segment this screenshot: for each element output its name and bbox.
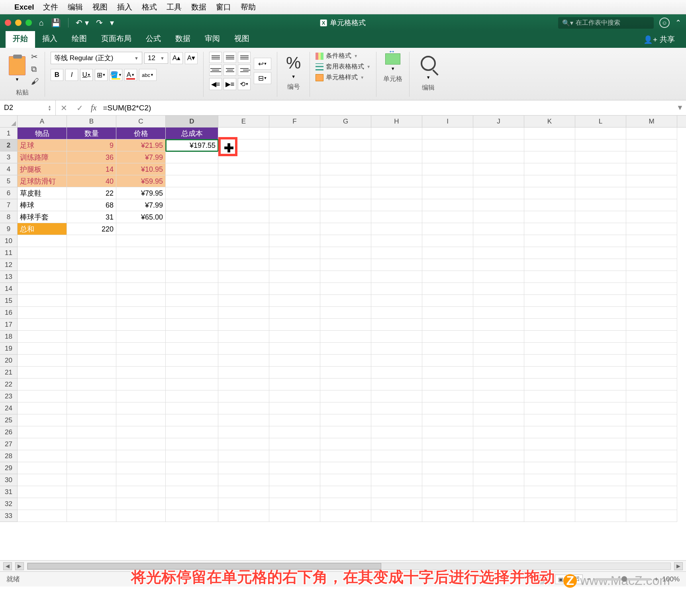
cell[interactable]	[524, 283, 575, 295]
formula-input[interactable]: =SUM(B2*C2)	[100, 104, 674, 112]
cell[interactable]	[473, 283, 524, 295]
cell[interactable]: 价格	[116, 128, 166, 139]
cell[interactable]	[524, 259, 575, 271]
cells-area[interactable]: 物品数量价格总成本足球9¥21.95¥197.55训练路障36¥7.99护腿板1…	[18, 128, 686, 522]
tab-home[interactable]: 开始	[6, 29, 35, 48]
cell[interactable]	[320, 211, 371, 223]
zoom-slider[interactable]	[595, 578, 651, 581]
cell[interactable]	[218, 438, 269, 450]
cell[interactable]	[116, 498, 166, 510]
cell[interactable]	[18, 235, 67, 247]
cell[interactable]	[371, 307, 422, 319]
cell[interactable]	[473, 211, 524, 223]
cell[interactable]	[166, 247, 218, 259]
cell[interactable]: ¥7.99	[116, 199, 166, 211]
row-header-29[interactable]: 29	[0, 462, 17, 474]
cell[interactable]	[320, 486, 371, 498]
col-header-A[interactable]: A	[18, 116, 67, 127]
name-box[interactable]: D2 ▲▼	[0, 100, 56, 115]
number-format-button[interactable]: % ▼	[283, 52, 304, 80]
cell[interactable]	[371, 247, 422, 259]
row-header-11[interactable]: 11	[0, 247, 17, 259]
cell[interactable]: ¥21.95	[116, 139, 166, 151]
cell[interactable]	[575, 199, 626, 211]
cell[interactable]	[626, 331, 677, 343]
cell[interactable]: 物品	[18, 128, 67, 139]
row-header-8[interactable]: 8	[0, 211, 17, 223]
feedback-icon[interactable]: ☺	[659, 18, 670, 28]
cell[interactable]	[18, 402, 67, 414]
cell[interactable]	[626, 128, 677, 139]
cell[interactable]	[67, 402, 116, 414]
increase-font-icon[interactable]: A▴	[170, 52, 183, 64]
cell[interactable]	[575, 295, 626, 307]
cell[interactable]	[473, 426, 524, 438]
cell[interactable]	[218, 319, 269, 331]
cell[interactable]	[218, 175, 269, 187]
row-header-10[interactable]: 10	[0, 235, 17, 247]
cell[interactable]	[218, 259, 269, 271]
tab-review[interactable]: 审阅	[198, 29, 227, 48]
cell[interactable]	[320, 247, 371, 259]
cell[interactable]	[575, 498, 626, 510]
cell[interactable]	[269, 271, 320, 283]
cell[interactable]	[320, 414, 371, 426]
cell[interactable]	[626, 486, 677, 498]
cell[interactable]	[18, 438, 67, 450]
menu-window[interactable]: 窗口	[216, 2, 231, 12]
cell[interactable]	[218, 474, 269, 486]
conditional-format-button[interactable]: 条件格式▼	[316, 52, 370, 60]
cell[interactable]	[67, 450, 116, 462]
cell[interactable]	[524, 247, 575, 259]
cell[interactable]	[626, 235, 677, 247]
cell[interactable]	[269, 390, 320, 402]
cell[interactable]	[524, 211, 575, 223]
tab-formulas[interactable]: 公式	[139, 29, 168, 48]
cell[interactable]	[269, 151, 320, 163]
cell[interactable]	[422, 211, 473, 223]
cell[interactable]	[422, 223, 473, 235]
cell[interactable]	[422, 307, 473, 319]
cell[interactable]	[67, 259, 116, 271]
cell[interactable]	[166, 319, 218, 331]
cell[interactable]	[218, 355, 269, 367]
cell[interactable]	[422, 367, 473, 379]
cell[interactable]	[320, 295, 371, 307]
cell[interactable]	[166, 486, 218, 498]
cell[interactable]	[524, 498, 575, 510]
cell[interactable]	[575, 187, 626, 199]
cell[interactable]	[626, 307, 677, 319]
cell[interactable]	[575, 486, 626, 498]
font-color-button[interactable]: A▼	[124, 69, 137, 81]
cell[interactable]	[575, 450, 626, 462]
cell[interactable]	[626, 163, 677, 175]
cell[interactable]	[524, 438, 575, 450]
cell[interactable]	[524, 462, 575, 474]
cell[interactable]: ¥197.55	[166, 139, 218, 151]
home-icon[interactable]: ⌂	[39, 18, 44, 27]
cell[interactable]	[218, 235, 269, 247]
cell[interactable]	[473, 510, 524, 522]
cell[interactable]	[218, 510, 269, 522]
cell[interactable]	[575, 402, 626, 414]
cell[interactable]	[166, 390, 218, 402]
qat-customize-icon[interactable]: ▾	[110, 18, 114, 27]
cell[interactable]	[524, 331, 575, 343]
cell[interactable]	[422, 426, 473, 438]
row-header-5[interactable]: 5	[0, 175, 17, 187]
cell[interactable]	[524, 163, 575, 175]
increase-indent-icon[interactable]: ▶≡	[223, 78, 236, 90]
cell[interactable]	[473, 331, 524, 343]
cell[interactable]	[18, 486, 67, 498]
cell[interactable]	[166, 438, 218, 450]
cell[interactable]	[320, 390, 371, 402]
cell[interactable]: 棒球	[18, 199, 67, 211]
cell[interactable]: 训练路障	[18, 151, 67, 163]
cell[interactable]	[371, 128, 422, 139]
cell[interactable]	[218, 331, 269, 343]
cell[interactable]	[575, 462, 626, 474]
row-header-33[interactable]: 33	[0, 510, 17, 522]
cell[interactable]	[218, 486, 269, 498]
cell[interactable]	[116, 486, 166, 498]
cell[interactable]	[575, 390, 626, 402]
